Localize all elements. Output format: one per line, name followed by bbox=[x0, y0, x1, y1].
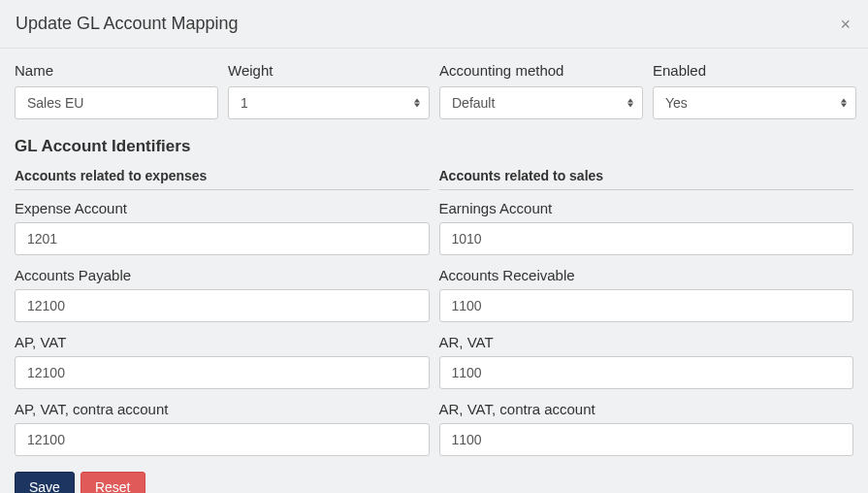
accounts-receivable-label: Accounts Receivable bbox=[439, 267, 854, 283]
accounting-method-value: Default bbox=[439, 86, 643, 119]
expense-account-group: Expense Account bbox=[15, 200, 430, 255]
sales-header: Accounts related to sales bbox=[439, 168, 854, 190]
sales-column: Accounts related to sales Earnings Accou… bbox=[439, 168, 854, 468]
ap-vat-label: AP, VAT bbox=[15, 334, 430, 350]
weight-select[interactable]: 1 bbox=[228, 86, 430, 119]
accounts-receivable-group: Accounts Receivable bbox=[439, 267, 854, 322]
enabled-field-group: Enabled Yes bbox=[653, 62, 856, 119]
save-button[interactable]: Save bbox=[15, 472, 75, 493]
earnings-account-input[interactable] bbox=[439, 222, 854, 255]
identifiers-columns: Accounts related to expenses Expense Acc… bbox=[15, 168, 853, 468]
accounting-method-field-group: Accounting method Default bbox=[439, 62, 643, 119]
accounting-method-select[interactable]: Default bbox=[439, 86, 643, 119]
weight-select-value: 1 bbox=[228, 86, 430, 119]
modal-title: Update GL Account Mapping bbox=[16, 14, 238, 34]
name-field-group: Name bbox=[15, 62, 218, 119]
ar-vat-contra-group: AR, VAT, contra account bbox=[439, 401, 854, 456]
expense-account-label: Expense Account bbox=[15, 200, 430, 216]
enabled-label: Enabled bbox=[653, 62, 856, 79]
ar-vat-label: AR, VAT bbox=[439, 334, 854, 350]
ap-vat-group: AP, VAT bbox=[15, 334, 430, 389]
enabled-select[interactable]: Yes bbox=[653, 86, 856, 119]
accounts-receivable-input[interactable] bbox=[439, 289, 854, 322]
ar-vat-group: AR, VAT bbox=[439, 334, 854, 389]
reset-button[interactable]: Reset bbox=[80, 472, 145, 493]
top-fields-row: Name Weight 1 Accounting method Default bbox=[15, 62, 853, 119]
close-icon[interactable]: × bbox=[838, 16, 852, 33]
gl-identifiers-title: GL Account Identifiers bbox=[15, 137, 853, 156]
ar-vat-input[interactable] bbox=[439, 356, 854, 389]
ap-vat-input[interactable] bbox=[15, 356, 430, 389]
ar-vat-contra-input[interactable] bbox=[439, 423, 854, 456]
update-gl-mapping-modal: Update GL Account Mapping × Name Weight … bbox=[0, 0, 868, 493]
ap-vat-contra-group: AP, VAT, contra account bbox=[15, 401, 430, 456]
accounting-method-label: Accounting method bbox=[439, 62, 643, 79]
name-input[interactable] bbox=[15, 86, 218, 119]
accounts-payable-input[interactable] bbox=[15, 289, 430, 322]
earnings-account-label: Earnings Account bbox=[439, 200, 854, 216]
weight-label: Weight bbox=[228, 62, 430, 79]
expenses-header: Accounts related to expenses bbox=[15, 168, 430, 190]
expense-account-input[interactable] bbox=[15, 222, 430, 255]
modal-header: Update GL Account Mapping × bbox=[0, 0, 868, 49]
expenses-column: Accounts related to expenses Expense Acc… bbox=[15, 168, 430, 468]
ar-vat-contra-label: AR, VAT, contra account bbox=[439, 401, 854, 417]
earnings-account-group: Earnings Account bbox=[439, 200, 854, 255]
weight-field-group: Weight 1 bbox=[228, 62, 430, 119]
enabled-value: Yes bbox=[653, 86, 856, 119]
name-label: Name bbox=[15, 62, 218, 79]
button-row: Save Reset bbox=[15, 472, 853, 493]
accounts-payable-label: Accounts Payable bbox=[15, 267, 430, 283]
modal-body: Name Weight 1 Accounting method Default bbox=[0, 49, 868, 493]
ap-vat-contra-input[interactable] bbox=[15, 423, 430, 456]
ap-vat-contra-label: AP, VAT, contra account bbox=[15, 401, 430, 417]
accounts-payable-group: Accounts Payable bbox=[15, 267, 430, 322]
